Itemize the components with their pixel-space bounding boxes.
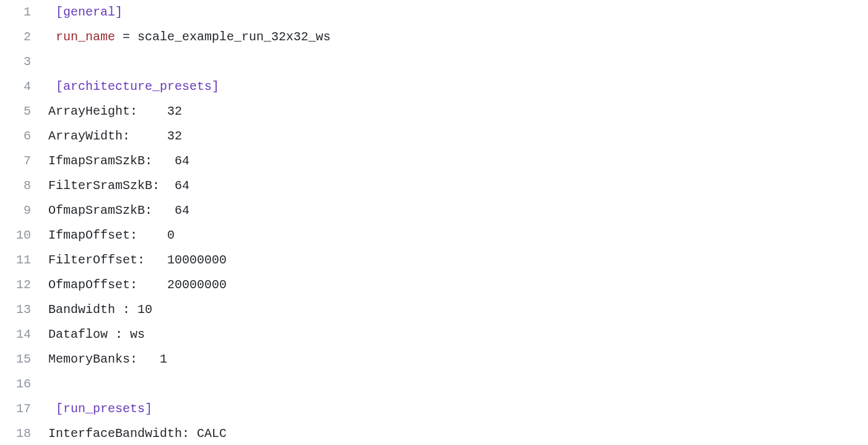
code-line[interactable]: [general] (48, 0, 331, 25)
line-number: 8 (0, 174, 31, 198)
code-line[interactable]: FilterOffset: 10000000 (48, 248, 331, 273)
line-number: 7 (0, 149, 31, 174)
token-section: [run_presets] (56, 402, 152, 416)
code-line[interactable]: [run_presets] (48, 397, 331, 421)
code-line[interactable]: OfmapSramSzkB: 64 (48, 198, 331, 223)
line-number: 2 (0, 25, 31, 50)
code-line[interactable]: InterfaceBandwidth: CALC (48, 421, 331, 445)
token-plain: OfmapSramSzkB: 64 (48, 203, 189, 218)
line-number: 16 (0, 372, 31, 397)
code-line[interactable] (48, 50, 331, 74)
line-number: 5 (0, 99, 31, 124)
token-plain: = scale_example_run_32x32_ws (115, 30, 331, 44)
code-line[interactable]: ArrayHeight: 32 (48, 99, 331, 124)
code-line[interactable]: Bandwidth : 10 (48, 297, 331, 322)
line-number: 6 (0, 124, 31, 149)
line-number: 4 (0, 74, 31, 99)
line-number: 11 (0, 248, 31, 273)
token-plain: IfmapSramSzkB: 64 (48, 154, 189, 168)
code-content[interactable]: [general] run_name = scale_example_run_3… (48, 0, 331, 445)
line-number: 9 (0, 198, 31, 223)
line-number: 3 (0, 50, 31, 74)
token-plain: InterfaceBandwidth: CALC (48, 426, 227, 441)
line-number: 17 (0, 397, 31, 421)
token-key: run_name (56, 30, 115, 44)
token-plain (48, 79, 56, 94)
line-number: 15 (0, 347, 31, 372)
line-number: 12 (0, 273, 31, 297)
token-plain: Dataflow : ws (48, 327, 145, 341)
token-plain (48, 5, 56, 19)
code-line[interactable] (48, 372, 331, 397)
token-plain: FilterOffset: 10000000 (48, 253, 227, 267)
code-line[interactable]: IfmapOffset: 0 (48, 223, 331, 248)
code-line[interactable]: [architecture_presets] (48, 74, 331, 99)
token-plain (48, 30, 56, 44)
line-number: 10 (0, 223, 31, 248)
token-plain: MemoryBanks: 1 (48, 352, 167, 366)
line-number: 13 (0, 297, 31, 322)
code-line[interactable]: OfmapOffset: 20000000 (48, 273, 331, 297)
token-plain: FilterSramSzkB: 64 (48, 178, 189, 193)
code-line[interactable]: FilterSramSzkB: 64 (48, 174, 331, 198)
code-line[interactable]: ArrayWidth: 32 (48, 124, 331, 149)
code-line[interactable]: Dataflow : ws (48, 322, 331, 347)
code-line[interactable]: run_name = scale_example_run_32x32_ws (48, 25, 331, 50)
token-plain: OfmapOffset: 20000000 (48, 278, 227, 292)
line-number: 14 (0, 322, 31, 347)
code-line[interactable]: MemoryBanks: 1 (48, 347, 331, 372)
code-line[interactable]: IfmapSramSzkB: 64 (48, 149, 331, 174)
line-number: 1 (0, 0, 31, 25)
token-plain: IfmapOffset: 0 (48, 228, 175, 242)
token-section: [architecture_presets] (56, 79, 219, 94)
token-section: [general] (56, 5, 123, 19)
token-plain: Bandwidth : 10 (48, 302, 152, 317)
token-plain: ArrayWidth: 32 (48, 129, 182, 143)
token-plain (48, 402, 56, 416)
line-number-gutter: 123456789101112131415161718 (0, 0, 48, 445)
token-plain: ArrayHeight: 32 (48, 104, 182, 118)
code-editor[interactable]: 123456789101112131415161718 [general] ru… (0, 0, 868, 445)
line-number: 18 (0, 421, 31, 445)
